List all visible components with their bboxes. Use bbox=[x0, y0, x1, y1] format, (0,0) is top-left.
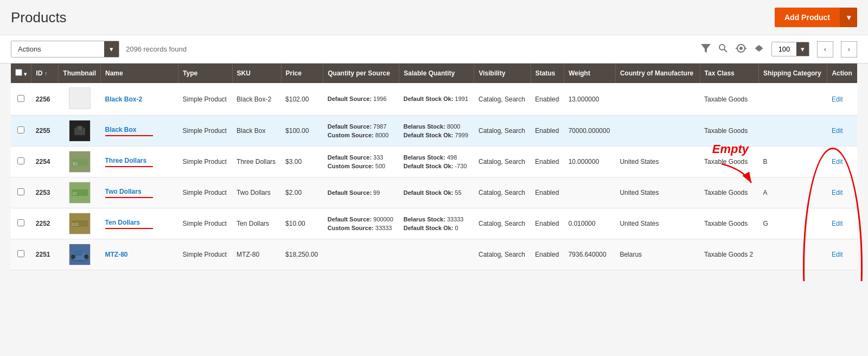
product-visibility: Catalog, Search bbox=[474, 239, 531, 270]
svg-rect-9 bbox=[78, 126, 82, 130]
product-salable-qty: Belarus Stock: 8000Default Stock Ok: 799… bbox=[399, 116, 474, 147]
per-page-select[interactable]: 100 ▾ bbox=[771, 42, 809, 56]
product-status: Enabled bbox=[531, 208, 564, 239]
header-name[interactable]: Name bbox=[101, 63, 178, 83]
header-checkbox[interactable]: ▾ bbox=[11, 63, 31, 83]
actions-select[interactable]: Actions ▾ bbox=[11, 41, 119, 58]
row-checkbox-cell[interactable] bbox=[11, 83, 31, 116]
product-qty-per-source: Default Source: 7987Custom Source: 8000 bbox=[323, 116, 399, 147]
row-checkbox[interactable] bbox=[17, 250, 24, 257]
product-thumbnail bbox=[59, 239, 101, 270]
settings-icon[interactable] bbox=[754, 43, 764, 55]
header-weight: Weight bbox=[564, 63, 616, 83]
select-all-checkbox[interactable] bbox=[15, 69, 22, 76]
row-checkbox-cell[interactable] bbox=[11, 147, 31, 177]
product-tax-class: Taxable Goods bbox=[700, 208, 758, 239]
edit-link[interactable]: Edit bbox=[832, 189, 843, 196]
product-weight: 13.000000 bbox=[564, 83, 616, 116]
product-tax-class: Taxable Goods bbox=[700, 116, 758, 147]
row-checkbox-cell[interactable] bbox=[11, 116, 31, 147]
product-name[interactable]: MTZ-80 bbox=[105, 251, 128, 258]
product-status: Enabled bbox=[531, 239, 564, 270]
edit-link[interactable]: Edit bbox=[832, 251, 843, 258]
row-checkbox-cell[interactable] bbox=[11, 177, 31, 208]
row-checkbox[interactable] bbox=[17, 219, 24, 226]
product-action[interactable]: Edit bbox=[827, 239, 857, 270]
product-name-cell: Black Box-2 bbox=[101, 83, 178, 116]
product-action[interactable]: Edit bbox=[827, 147, 857, 177]
product-action[interactable]: Edit bbox=[827, 208, 857, 239]
product-type: Simple Product bbox=[178, 177, 233, 208]
header-salable-qty: Salable Quantity bbox=[399, 63, 474, 83]
product-country bbox=[615, 83, 700, 116]
product-shipping-category bbox=[759, 83, 827, 116]
product-weight: 10.000000 bbox=[564, 147, 616, 177]
product-shipping-category bbox=[759, 116, 827, 147]
product-qty-per-source: Default Source: 99 bbox=[323, 177, 399, 208]
product-qty-per-source: Default Source: 900000Custom Source: 333… bbox=[323, 208, 399, 239]
product-action[interactable]: Edit bbox=[827, 83, 857, 116]
product-id: 2252 bbox=[31, 208, 59, 239]
product-name[interactable]: Ten Dollars bbox=[105, 219, 140, 226]
columns-icon[interactable] bbox=[736, 44, 746, 55]
product-tax-class: Taxable Goods bbox=[700, 177, 758, 208]
header-status: Status bbox=[531, 63, 564, 83]
product-salable-qty bbox=[399, 239, 474, 270]
add-product-button[interactable]: Add Product ▾ bbox=[775, 8, 857, 27]
toolbar: Actions ▾ 2096 records found 100 ▾ ‹ › bbox=[0, 35, 868, 63]
edit-link[interactable]: Edit bbox=[832, 127, 843, 135]
row-checkbox[interactable] bbox=[17, 188, 24, 195]
actions-dropdown-arrow[interactable]: ▾ bbox=[104, 41, 119, 57]
row-checkbox[interactable] bbox=[17, 95, 24, 102]
filter-icon[interactable] bbox=[701, 44, 711, 55]
per-page-arrow[interactable]: ▾ bbox=[796, 42, 809, 56]
svg-line-2 bbox=[724, 49, 727, 52]
product-id: 2253 bbox=[31, 177, 59, 208]
product-salable-qty: Default Stock Ok: 55 bbox=[399, 177, 474, 208]
product-sku: Two Dollars bbox=[232, 177, 281, 208]
header-action: Action bbox=[827, 63, 857, 83]
product-name[interactable]: Black Box-2 bbox=[105, 96, 143, 103]
header-id[interactable]: ID ↑ bbox=[31, 63, 59, 83]
product-type: Simple Product bbox=[178, 147, 233, 177]
search-icon[interactable] bbox=[718, 43, 728, 55]
next-page-button[interactable]: › bbox=[841, 41, 857, 58]
row-checkbox-cell[interactable] bbox=[11, 208, 31, 239]
product-id: 2256 bbox=[31, 83, 59, 116]
svg-point-1 bbox=[719, 44, 725, 50]
product-weight: 70000.000000 bbox=[564, 116, 616, 147]
product-thumbnail bbox=[59, 83, 101, 116]
product-action[interactable]: Edit bbox=[827, 177, 857, 208]
edit-link[interactable]: Edit bbox=[832, 158, 843, 166]
product-weight bbox=[564, 177, 616, 208]
product-type: Simple Product bbox=[178, 83, 233, 116]
product-action[interactable]: Edit bbox=[827, 116, 857, 147]
product-name[interactable]: Two Dollars bbox=[105, 188, 142, 195]
edit-link[interactable]: Edit bbox=[832, 96, 843, 103]
row-checkbox[interactable] bbox=[17, 157, 24, 164]
add-product-dropdown-arrow[interactable]: ▾ bbox=[840, 8, 857, 27]
product-price: $2.00 bbox=[281, 177, 323, 208]
product-name[interactable]: Black Box bbox=[105, 126, 137, 134]
product-type: Simple Product bbox=[178, 208, 233, 239]
product-price: $100.00 bbox=[281, 116, 323, 147]
table-row: 2251 MTZ-80 Simple Product MTZ-80 $18,25… bbox=[11, 239, 857, 270]
product-status: Enabled bbox=[531, 147, 564, 177]
prev-page-button[interactable]: ‹ bbox=[817, 41, 833, 58]
svg-rect-18 bbox=[71, 255, 75, 259]
table-header-row: ▾ ID ↑ Thumbnail Name Type SKU Price Qua… bbox=[11, 63, 857, 83]
row-checkbox[interactable] bbox=[17, 126, 24, 134]
header-country: Country of Manufacture bbox=[615, 63, 700, 83]
row-checkbox-cell[interactable] bbox=[11, 239, 31, 270]
product-name[interactable]: Three Dollars bbox=[105, 157, 147, 164]
header-type: Type bbox=[178, 63, 233, 83]
product-country bbox=[615, 116, 700, 147]
product-id: 2251 bbox=[31, 239, 59, 270]
per-page-input[interactable]: 100 bbox=[772, 42, 796, 56]
table-row: 2252 $10 Ten Dollars Simple Product Ten … bbox=[11, 208, 857, 239]
product-qty-per-source: Default Source: 333Custom Source: 500 bbox=[323, 147, 399, 177]
product-sku: Three Dollars bbox=[232, 147, 281, 177]
header-sku: SKU bbox=[232, 63, 281, 83]
edit-link[interactable]: Edit bbox=[832, 220, 843, 227]
product-salable-qty: Belarus Stock: 33333Default Stock Ok: 0 bbox=[399, 208, 474, 239]
